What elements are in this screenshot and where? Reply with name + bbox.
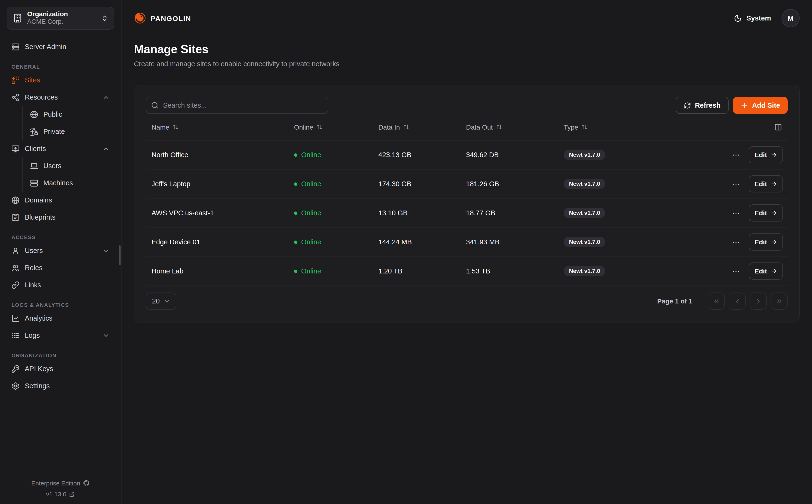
gear-icon [11,382,20,390]
add-site-button[interactable]: Add Site [733,97,788,114]
sidebar-item-label: Resources [25,93,97,101]
resources-subnav: Public Private [22,106,114,140]
page-subtitle: Create and manage sites to enable connec… [134,59,800,69]
pagination: 20 Page 1 of 1 [146,292,788,310]
sidebar-item-settings[interactable]: Settings [7,377,114,394]
sidebar-scrollbar[interactable] [119,245,121,265]
sidebar-item-client-users[interactable]: Users [23,157,114,174]
section-label-organization: ORGANIZATION [11,353,110,358]
sidebar-item-api-keys[interactable]: API Keys [7,360,114,377]
section-label-logs-analytics: LOGS & ANALYTICS [11,302,110,308]
column-header-data-out[interactable]: Data Out [460,123,558,131]
sidebar-item-blueprints[interactable]: Blueprints [7,209,114,226]
chevrons-up-down-icon [101,15,108,22]
pangolin-logo-icon [134,12,146,24]
last-page-button[interactable] [771,292,788,310]
sidebar-item-clients[interactable]: Clients [7,140,114,157]
prev-page-button[interactable] [729,292,746,310]
toolbar-actions: Refresh Add Site [676,97,788,114]
github-icon [83,480,90,486]
sidebar-item-sites[interactable]: Sites [7,71,114,89]
edit-button[interactable]: Edit [749,175,783,192]
sidebar-item-label: Users [43,162,110,170]
column-visibility-button[interactable] [774,123,782,131]
brand-name: PANGOLIN [151,14,191,22]
refresh-button[interactable]: Refresh [676,97,729,114]
link-icon [11,281,20,289]
table-header: Name Online Data In Data Out Type [146,114,788,141]
sidebar-item-roles[interactable]: Roles [7,259,114,276]
site-type-badge: Newt v1.7.0 [564,179,605,189]
users-icon [11,264,20,272]
section-label-general: GENERAL [11,64,110,70]
edit-button[interactable]: Edit [749,146,783,163]
site-data-out: 341.93 MB [460,238,558,246]
site-status: Online [288,209,373,217]
online-dot-icon [294,153,297,156]
site-type-badge: Newt v1.7.0 [564,266,605,276]
sidebar-item-private[interactable]: Private [23,123,114,140]
chevron-up-icon [102,145,110,152]
sort-icon [496,124,502,130]
next-page-button[interactable] [750,292,767,310]
sidebar-item-server-admin[interactable]: Server Admin [7,38,114,55]
row-menu-button[interactable] [731,266,741,276]
row-menu-button[interactable] [731,150,741,160]
sidebar-footer: Enterprise Edition v1.13.0 [0,475,121,504]
column-header-online[interactable]: Online [288,123,373,131]
chevron-down-icon [164,298,170,304]
sidebar-item-resources[interactable]: Resources [7,89,114,106]
org-switcher[interactable]: Organization ACME Corp. [7,7,114,30]
site-data-out: 181.26 GB [460,180,558,188]
site-data-out: 18.77 GB [460,209,558,217]
arrow-right-icon [770,268,777,274]
sidebar-item-machines[interactable]: Machines [23,174,114,192]
site-status: Online [288,238,373,246]
table-row: North Office Online 423.13 GB 349.62 DB … [146,141,788,170]
building-icon [13,13,22,23]
app: Organization ACME Corp. Server Admin GEN… [0,0,812,504]
sidebar-item-label: API Keys [25,365,110,373]
arrow-right-icon [770,151,777,158]
sidebar-item-domains[interactable]: Domains [7,192,114,209]
sidebar-nav: Server Admin GENERAL Sites Resources Pub… [0,36,121,475]
avatar[interactable]: M [782,9,800,27]
refresh-label: Refresh [695,101,721,109]
edition-link[interactable]: Enterprise Edition [5,480,116,486]
sidebar-item-label: Blueprints [25,213,110,221]
sort-icon [582,124,588,130]
column-header-type[interactable]: Type [558,123,673,131]
site-status: Online [288,180,373,188]
sidebar-item-public[interactable]: Public [23,106,114,123]
sidebar-item-label: Roles [25,264,110,272]
site-type-badge: Newt v1.7.0 [564,208,605,218]
column-header-data-in[interactable]: Data In [373,123,460,131]
sidebar-item-users[interactable]: Users [7,242,114,259]
row-menu-button[interactable] [731,237,741,247]
laptop-icon [30,162,38,170]
edit-button[interactable]: Edit [749,262,783,280]
globe-icon [30,110,38,118]
row-menu-button[interactable] [731,208,741,218]
sidebar-item-analytics[interactable]: Analytics [7,310,114,327]
arrow-right-icon [770,210,777,216]
column-header-name[interactable]: Name [146,123,288,131]
edit-button[interactable]: Edit [749,204,783,222]
version-link[interactable]: v1.13.0 [5,491,116,497]
chevron-right-icon [755,297,762,305]
first-page-button[interactable] [708,292,725,310]
sidebar-item-links[interactable]: Links [7,276,114,293]
share-icon [11,93,20,101]
topbar: PANGOLIN System M [134,0,800,36]
theme-toggle[interactable]: System [734,14,771,22]
sidebar-item-logs[interactable]: Logs [7,327,114,344]
row-menu-button[interactable] [731,179,741,189]
online-dot-icon [294,240,297,244]
table-row: Home Lab Online 1.20 TB 1.53 TB Newt v1.… [146,257,788,286]
search-input[interactable] [146,97,328,114]
add-site-label: Add Site [752,101,780,109]
page-size-select[interactable]: 20 [146,292,176,310]
globe-icon [11,196,20,204]
chevrons-left-icon [713,297,720,305]
edit-button[interactable]: Edit [749,233,783,251]
